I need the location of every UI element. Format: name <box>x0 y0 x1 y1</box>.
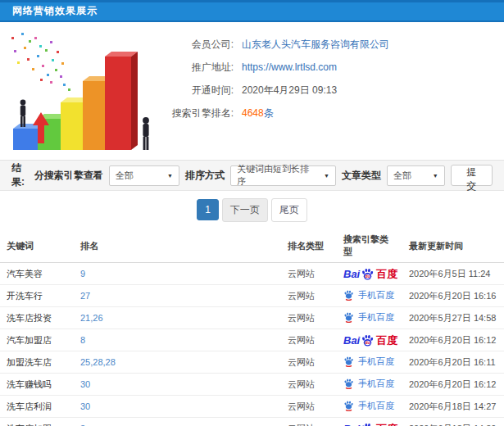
rank-link[interactable]: 30 <box>80 401 90 411</box>
header-update-time: 最新更新时间 <box>402 229 504 263</box>
table-row: 洗车赚钱吗 30 云网站 手机百度 2020年6月20日 16:12 <box>0 374 504 396</box>
promo-url-link[interactable]: https://www.lrtlsd.com <box>242 61 337 73</box>
result-label: 结果: <box>11 161 34 189</box>
keyword-cell: 洗车赚钱吗 <box>0 374 74 396</box>
rank-type-cell: 云网站 <box>288 379 315 389</box>
baidu-logo-cn-text: 百度 <box>376 335 397 346</box>
update-time-cell: 2020年6月20日 16:11 <box>409 357 496 367</box>
rank-link[interactable]: 21,26 <box>80 313 103 323</box>
baidu-mobile-logo: 手机百度 <box>343 378 394 390</box>
table-header-row: 关键词 排名 排名类型 搜索引擎类型 最新更新时间 <box>0 229 504 263</box>
bar-red <box>105 52 138 150</box>
mobile-baidu-label: 手机百度 <box>358 289 394 301</box>
update-time-cell: 2020年6月18日 14:30 <box>409 424 496 426</box>
next-page-button[interactable]: 下一页 <box>222 198 268 222</box>
rank-type-cell: 云网站 <box>288 424 315 426</box>
update-time-cell: 2020年5月27日 14:58 <box>409 313 496 323</box>
table-row: 汽车美容 9 云网站 Bai du 百度 2020年6月5日 11:24 <box>0 263 504 285</box>
chevron-down-icon: ▼ <box>167 173 173 179</box>
baidu-logo-cn-text: 百度 <box>376 424 397 426</box>
filter-controls: 分搜索引擎查看 全部 ▼ 排序方式 关键词由短到长排序 ▼ 文章类型 全部 ▼ … <box>34 165 493 186</box>
baidu-mobile-logo: 手机百度 <box>343 289 394 301</box>
baidu-mobile-logo: 手机百度 <box>343 311 394 324</box>
baidu-paw-icon: du <box>361 423 375 426</box>
seo-rank-label: 搜索引擎排名: <box>153 106 234 120</box>
seo-rank-count: 4648 <box>242 107 264 119</box>
update-time-cell: 2020年6月20日 16:12 <box>409 379 496 389</box>
baidu-logo-bai-text: Bai <box>343 269 360 279</box>
confetti-dots <box>11 33 70 91</box>
engine-filter-select[interactable]: 全部 ▼ <box>109 165 179 186</box>
account-info-section: 会员公司: 山东老人头汽车服务咨询有限公司 推广地址: https://www.… <box>0 22 504 160</box>
rank-type-cell: 云网站 <box>288 269 315 279</box>
table-row: 开洗车行 27 云网站 手机百度 2020年6月20日 16:16 <box>0 285 504 307</box>
account-info-list: 会员公司: 山东老人头汽车服务咨询有限公司 推广地址: https://www.… <box>153 22 389 160</box>
sort-filter-select[interactable]: 关键词由短到长排序 ▼ <box>230 165 336 186</box>
rank-link[interactable]: 25,28,28 <box>80 357 116 367</box>
mobile-baidu-paw-icon <box>343 356 354 367</box>
mobile-baidu-label: 手机百度 <box>358 356 394 368</box>
rank-link[interactable]: 8 <box>80 335 85 345</box>
results-table: 关键词 排名 排名类型 搜索引擎类型 最新更新时间 汽车美容 9 云网站 Bai… <box>0 229 504 426</box>
member-company-link[interactable]: 山东老人头汽车服务咨询有限公司 <box>242 38 389 52</box>
rank-type-cell: 云网站 <box>288 357 315 367</box>
app-header: 网络营销效果展示 <box>0 0 504 22</box>
page-button-current[interactable]: 1 <box>197 199 219 220</box>
mobile-baidu-paw-icon <box>343 290 354 301</box>
table-row: 汽车加盟店 8 云网站 Bai du 百度 2020年6月20日 16:12 <box>0 329 504 351</box>
table-row: 洗车店投资 21,26 云网站 手机百度 2020年5月27日 14:58 <box>0 307 504 329</box>
header-engine-type: 搜索引擎类型 <box>337 229 402 263</box>
baidu-pc-logo: Bai du 百度 <box>343 334 397 347</box>
update-time-cell: 2020年6月18日 14:27 <box>409 401 496 411</box>
open-time-label: 开通时间: <box>153 84 234 97</box>
promo-url-row: 推广地址: https://www.lrtlsd.com <box>153 56 389 79</box>
header-keyword: 关键词 <box>0 229 74 263</box>
mobile-baidu-label: 手机百度 <box>358 400 394 412</box>
seo-rank-unit: 条 <box>264 107 274 119</box>
baidu-logo-cn-text: 百度 <box>376 269 397 279</box>
sort-filter-label: 排序方式 <box>185 169 225 183</box>
update-time-cell: 2020年6月20日 16:12 <box>409 335 496 345</box>
page-title: 网络营销效果展示 <box>12 4 98 18</box>
rank-type-cell: 云网站 <box>288 313 315 323</box>
keyword-cell: 洗车店加盟 <box>0 418 74 426</box>
member-company-row: 会员公司: 山东老人头汽车服务咨询有限公司 <box>153 33 389 56</box>
rank-link[interactable]: 9 <box>80 269 85 279</box>
seo-rank-row: 搜索引擎排名: 4648条 <box>153 102 389 125</box>
rank-link[interactable]: 30 <box>80 379 90 389</box>
open-time-row: 开通时间: 2020年4月29日 09:13 <box>153 79 389 102</box>
update-time-cell: 2020年6月20日 16:16 <box>409 291 496 301</box>
mobile-baidu-paw-icon <box>343 401 354 411</box>
mobile-baidu-label: 手机百度 <box>358 311 394 324</box>
member-company-label: 会员公司: <box>153 38 234 52</box>
open-time-value: 2020年4月29日 09:13 <box>242 84 337 97</box>
sort-filter-value: 关键词由短到长排序 <box>237 163 317 188</box>
rank-type-cell: 云网站 <box>288 401 315 411</box>
results-table-body: 汽车美容 9 云网站 Bai du 百度 2020年6月5日 11:24 <box>0 263 504 426</box>
last-page-button[interactable]: 尾页 <box>271 198 307 222</box>
baidu-pc-logo: Bai du 百度 <box>343 268 397 280</box>
pagination: 1 下一页 尾页 <box>0 191 504 229</box>
bar-chart-growth-illustration <box>2 27 153 158</box>
baidu-paw-icon: du <box>361 268 375 280</box>
header-rank-type: 排名类型 <box>281 229 337 263</box>
rank-link[interactable]: 27 <box>80 291 90 301</box>
businessman-figure-right <box>143 117 149 150</box>
baidu-logo-bai-text: Bai <box>343 424 360 426</box>
article-filter-select[interactable]: 全部 ▼ <box>387 165 445 186</box>
keyword-cell: 加盟洗车店 <box>0 351 74 374</box>
baidu-mobile-logo: 手机百度 <box>343 356 394 368</box>
svg-text:du: du <box>366 341 370 345</box>
baidu-mobile-logo: 手机百度 <box>343 400 394 412</box>
mobile-baidu-label: 手机百度 <box>358 378 394 390</box>
chevron-down-icon: ▼ <box>433 173 438 179</box>
article-filter-label: 文章类型 <box>342 169 381 183</box>
businessman-figure-left <box>20 100 26 127</box>
update-time-cell: 2020年6月5日 11:24 <box>409 269 490 279</box>
submit-button[interactable]: 提交 <box>451 165 493 186</box>
table-row: 洗车店利润 30 云网站 手机百度 2020年6月18日 14:27 <box>0 396 504 418</box>
article-filter-value: 全部 <box>393 170 411 182</box>
keyword-cell: 汽车加盟店 <box>0 329 74 351</box>
table-row: 洗车店加盟 3 云网站 Bai du 百度 2020年6月18日 14:30 <box>0 418 504 426</box>
svg-text:du: du <box>366 274 370 279</box>
